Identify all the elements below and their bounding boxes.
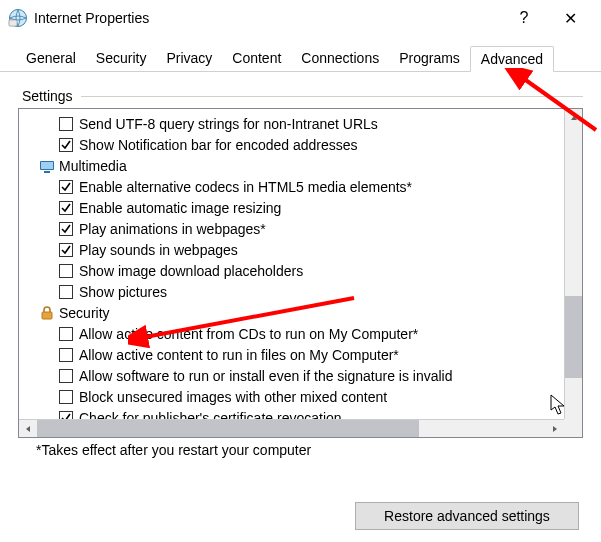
scroll-track[interactable] xyxy=(565,127,582,419)
item-label: Show Notification bar for encoded addres… xyxy=(79,137,358,153)
scroll-right-arrow-icon[interactable] xyxy=(546,420,564,437)
checkbox[interactable] xyxy=(59,243,73,257)
tab-strip: GeneralSecurityPrivacyContentConnections… xyxy=(0,36,601,72)
item-label: Show pictures xyxy=(79,284,167,300)
tab-security[interactable]: Security xyxy=(86,46,157,71)
tab-content[interactable]: Content xyxy=(222,46,291,71)
scroll-track-h[interactable] xyxy=(37,420,546,437)
restart-footnote: *Takes effect after you restart your com… xyxy=(36,442,583,458)
svg-rect-6 xyxy=(42,312,52,319)
tab-general[interactable]: General xyxy=(16,46,86,71)
security-icon xyxy=(39,305,55,321)
tree-item[interactable]: Show Notification bar for encoded addres… xyxy=(19,134,564,155)
checkbox[interactable] xyxy=(59,348,73,362)
item-label: Security xyxy=(59,305,110,321)
tree-category: Multimedia xyxy=(19,155,564,176)
checkbox[interactable] xyxy=(59,222,73,236)
item-label: Allow software to run or install even if… xyxy=(79,368,453,384)
item-label: Enable alternative codecs in HTML5 media… xyxy=(79,179,412,195)
tree-item[interactable]: Allow software to run or install even if… xyxy=(19,365,564,386)
settings-group-label: Settings xyxy=(22,88,73,104)
item-label: Play sounds in webpages xyxy=(79,242,238,258)
checkbox[interactable] xyxy=(59,138,73,152)
item-label: Show image download placeholders xyxy=(79,263,303,279)
window-title: Internet Properties xyxy=(34,10,501,26)
checkbox[interactable] xyxy=(59,285,73,299)
tab-programs[interactable]: Programs xyxy=(389,46,470,71)
svg-rect-2 xyxy=(10,21,16,25)
tree-item[interactable]: Play sounds in webpages xyxy=(19,239,564,260)
multimedia-icon xyxy=(39,158,55,174)
tab-advanced[interactable]: Advanced xyxy=(470,46,554,72)
item-label: Play animations in webpages* xyxy=(79,221,266,237)
item-label: Send UTF-8 query strings for non-Intrane… xyxy=(79,116,378,132)
item-label: Allow active content to run in files on … xyxy=(79,347,399,363)
tab-privacy[interactable]: Privacy xyxy=(156,46,222,71)
settings-tree-content: Send UTF-8 query strings for non-Intrane… xyxy=(19,109,564,437)
tree-item[interactable]: Allow active content to run in files on … xyxy=(19,344,564,365)
checkbox[interactable] xyxy=(59,201,73,215)
scroll-corner xyxy=(564,419,582,437)
scroll-thumb-h[interactable] xyxy=(37,420,419,437)
settings-group-header: Settings xyxy=(22,88,583,104)
close-button[interactable]: ✕ xyxy=(547,3,593,33)
scroll-thumb[interactable] xyxy=(565,296,582,378)
help-button[interactable]: ? xyxy=(501,3,547,33)
advanced-panel: Settings Send UTF-8 query strings for no… xyxy=(0,72,601,466)
checkbox[interactable] xyxy=(59,117,73,131)
divider xyxy=(81,96,583,97)
checkbox[interactable] xyxy=(59,180,73,194)
tree-item[interactable]: Send UTF-8 query strings for non-Intrane… xyxy=(19,113,564,134)
tab-connections[interactable]: Connections xyxy=(291,46,389,71)
tree-item[interactable]: Play animations in webpages* xyxy=(19,218,564,239)
tree-item[interactable]: Show pictures xyxy=(19,281,564,302)
item-label: Block unsecured images with other mixed … xyxy=(79,389,387,405)
scroll-up-arrow-icon[interactable] xyxy=(565,109,582,127)
svg-rect-5 xyxy=(44,171,50,173)
restore-advanced-settings-button[interactable]: Restore advanced settings xyxy=(355,502,579,530)
title-bar: Internet Properties ? ✕ xyxy=(0,0,601,36)
checkbox[interactable] xyxy=(59,264,73,278)
checkbox[interactable] xyxy=(59,390,73,404)
tree-item[interactable]: Enable alternative codecs in HTML5 media… xyxy=(19,176,564,197)
checkbox[interactable] xyxy=(59,369,73,383)
tree-category: Security xyxy=(19,302,564,323)
settings-tree[interactable]: Send UTF-8 query strings for non-Intrane… xyxy=(18,108,583,438)
item-label: Multimedia xyxy=(59,158,127,174)
svg-rect-4 xyxy=(41,162,53,169)
tree-item[interactable]: Allow active content from CDs to run on … xyxy=(19,323,564,344)
scroll-left-arrow-icon[interactable] xyxy=(19,420,37,437)
horizontal-scrollbar[interactable] xyxy=(19,419,564,437)
checkbox[interactable] xyxy=(59,327,73,341)
item-label: Enable automatic image resizing xyxy=(79,200,281,216)
tree-item[interactable]: Enable automatic image resizing xyxy=(19,197,564,218)
tree-item[interactable]: Show image download placeholders xyxy=(19,260,564,281)
internet-options-icon xyxy=(8,8,28,28)
tree-item[interactable]: Block unsecured images with other mixed … xyxy=(19,386,564,407)
item-label: Allow active content from CDs to run on … xyxy=(79,326,418,342)
vertical-scrollbar[interactable] xyxy=(564,109,582,437)
